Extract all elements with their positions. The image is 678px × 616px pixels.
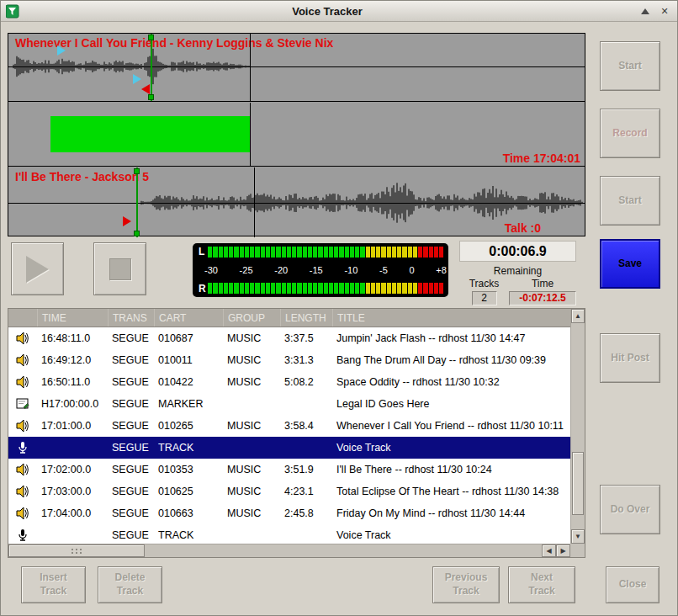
region-border	[254, 167, 255, 237]
speaker-icon	[8, 375, 37, 389]
scroll-right-button[interactable]: ▶	[556, 544, 570, 557]
cell-length: 2:45.8	[280, 507, 332, 519]
boundary-handle-top[interactable]	[148, 35, 154, 40]
meter-scale-tick: -15	[310, 265, 323, 275]
grip-dots-icon	[72, 549, 73, 550]
cell-cart: 010265	[154, 420, 223, 432]
cell-time: 17:03:00.0	[37, 486, 108, 497]
cell-title: I'll Be There -- rdhost 11/30 10:24	[332, 464, 570, 475]
end-marker-icon[interactable]	[141, 84, 150, 94]
log-header: TIME TRANS CART GROUP LENGTH TITLE	[8, 309, 570, 327]
cell-title: Whenever I Call You Friend -- rdhost 11/…	[332, 420, 570, 432]
scroll-down-button[interactable]: ▼	[571, 529, 585, 544]
cell-group: MUSIC	[223, 354, 280, 366]
save-button[interactable]: Save	[600, 239, 660, 289]
cell-cart: 010011	[154, 354, 223, 366]
start-previous-button[interactable]: Start	[600, 41, 660, 91]
previous-track-button[interactable]: Previous Track	[432, 566, 500, 603]
cell-length: 3:31.3	[280, 354, 332, 366]
stop-button[interactable]	[93, 242, 146, 295]
left-channel-label: L	[199, 246, 204, 258]
table-row[interactable]: 16:49:12.0SEGUE010011MUSIC3:31.3Bang The…	[8, 349, 570, 371]
cell-cart: MARKER	[154, 398, 223, 410]
meter-scale-tick: 0	[410, 265, 415, 275]
cell-time: 17:04:00.0	[37, 507, 108, 519]
cell-trans: SEGUE	[108, 398, 154, 410]
boundary-handle-bottom[interactable]	[148, 94, 154, 100]
column-trans: TRANS	[108, 309, 154, 327]
delete-track-button[interactable]: Delete Track	[98, 566, 162, 603]
window-title: Voice Tracker	[21, 5, 633, 18]
table-row[interactable]: SEGUETRACKVoice Track	[8, 437, 570, 459]
voice-track-region[interactable]	[50, 116, 250, 152]
table-row[interactable]: 17:03:00.0SEGUE010625MUSIC4:23.1Total Ec…	[8, 481, 570, 502]
horizontal-scrollbar[interactable]: ◀ ▶	[8, 544, 570, 557]
next-track-pane[interactable]: I'll Be There - Jackson 5 Talk :0	[8, 167, 585, 237]
remaining-panel: Remaining Tracks 2 Time -0:07:12.5	[459, 265, 576, 305]
do-over-button[interactable]: Do Over	[600, 485, 660, 534]
cell-cart: 010353	[154, 464, 223, 475]
up-arrow-icon	[641, 8, 649, 14]
cell-title: Jumpin' Jack Flash -- rdhost 11/30 14:47	[332, 332, 570, 344]
cell-trans: SEGUE	[108, 354, 154, 366]
hit-post-button[interactable]: Hit Post	[600, 333, 660, 383]
table-row[interactable]: 17:04:00.0SEGUE010663MUSIC2:45.8Friday O…	[8, 502, 570, 524]
left-level-meter	[208, 247, 443, 258]
voice-track-pane[interactable]: Time 17:04:01	[8, 103, 585, 167]
shade-button[interactable]	[638, 3, 653, 19]
cell-trans: SEGUE	[108, 420, 154, 432]
horizontal-scroll-thumb[interactable]	[8, 544, 145, 557]
play-icon	[26, 256, 49, 283]
titlebar[interactable]: Voice Tracker ✕	[1, 1, 677, 22]
cell-cart: 010422	[154, 376, 223, 388]
column-icon-spacer	[8, 309, 37, 327]
next-track-button[interactable]: Next Track	[508, 566, 575, 603]
segue-end-marker-icon[interactable]	[133, 74, 141, 84]
table-row[interactable]: SEGUETRACKVoice Track	[8, 524, 570, 544]
vertical-scroll-thumb[interactable]	[572, 452, 584, 515]
table-row[interactable]: 17:01:00.0SEGUE010265MUSIC3:58.4Whenever…	[8, 415, 570, 437]
column-group: GROUP	[223, 309, 280, 327]
cell-length: 3:37.5	[280, 332, 332, 344]
table-row[interactable]: 16:50:11.0SEGUE010422MUSIC5:08.2Space Od…	[8, 371, 570, 393]
meter-scale-tick: -25	[240, 265, 253, 275]
previous-track-pane[interactable]: Whenever I Call You Friend - Kenny Loggi…	[8, 34, 585, 102]
insert-track-button[interactable]: Insert Track	[21, 566, 86, 603]
record-button[interactable]: Record	[600, 109, 660, 158]
track-boundary-line[interactable]	[136, 167, 138, 237]
close-button[interactable]: Close	[606, 566, 659, 603]
cell-time: H17:00:00.0	[37, 398, 108, 410]
table-row[interactable]: H17:00:00.0SEGUEMARKERLegal ID Goes Here	[8, 393, 570, 415]
cell-group: MUSIC	[223, 376, 280, 388]
cell-length: 3:58.4	[280, 420, 332, 432]
waveform-area: Whenever I Call You Friend - Kenny Loggi…	[8, 33, 585, 236]
cell-length: 3:51.9	[280, 464, 332, 475]
cell-trans: SEGUE	[108, 442, 154, 454]
table-row[interactable]: 16:48:11.0SEGUE010687MUSIC3:37.5Jumpin' …	[8, 327, 570, 349]
right-channel-label: R	[199, 283, 206, 295]
segue-start-marker-icon[interactable]	[57, 45, 66, 56]
start-next-button[interactable]: Start	[600, 176, 660, 226]
cell-cart: 010625	[154, 486, 223, 497]
speaker-icon	[8, 353, 37, 367]
play-button[interactable]	[11, 242, 64, 295]
cell-cart: 010687	[154, 332, 223, 344]
boundary-handle-bottom[interactable]	[134, 231, 140, 236]
voice-tracker-window: Voice Tracker ✕ Whenever I Call You Frie…	[0, 0, 678, 616]
cell-group: MUSIC	[223, 507, 280, 519]
table-row[interactable]: 17:02:00.0SEGUE010353MUSIC3:51.9I'll Be …	[8, 459, 570, 481]
app-icon	[6, 4, 21, 19]
close-window-button[interactable]: ✕	[657, 3, 672, 19]
track-boundary-line[interactable]	[151, 34, 152, 101]
cell-title: Friday On My Mind -- rdhost 11/30 14:44	[332, 507, 570, 519]
boundary-handle-top[interactable]	[134, 168, 140, 174]
meter-scale-tick: -20	[274, 265, 288, 275]
scroll-left-button[interactable]: ◀	[542, 544, 556, 557]
vertical-scrollbar[interactable]: ▲ ▼	[570, 309, 585, 544]
cell-title: Total Eclipse Of The Heart -- rdhost 11/…	[332, 486, 570, 497]
audio-meter-panel: L -30-25-20-15-10-50+8 R	[193, 243, 448, 297]
remaining-label: Remaining	[459, 265, 576, 277]
column-time: TIME	[37, 309, 108, 327]
start-marker-icon[interactable]	[123, 216, 131, 226]
scroll-up-button[interactable]: ▲	[571, 309, 585, 323]
